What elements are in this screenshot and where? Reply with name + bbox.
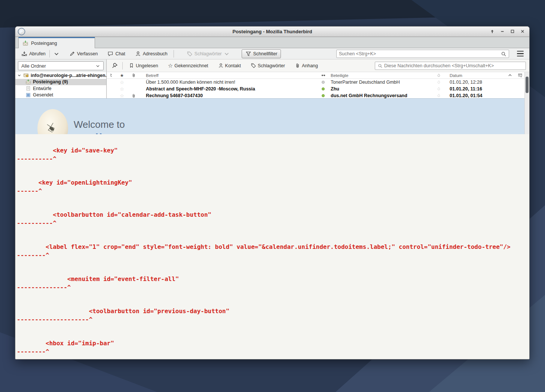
get-mail-button[interactable]: Abrufen xyxy=(19,50,48,58)
junk-toggle-icon[interactable] xyxy=(433,93,444,98)
xml-error-entry: <toolbarbutton id="calendar-add-task-but… xyxy=(17,211,529,227)
xml-pointer-line: --------^ xyxy=(17,251,529,259)
folder-row-gesendet[interactable]: Gesendet xyxy=(15,92,106,99)
subject-column-header[interactable]: Betreff xyxy=(140,73,316,78)
message-filter-search-box[interactable] xyxy=(375,62,526,70)
chat-label: Chat xyxy=(115,51,125,56)
star-toggle-icon[interactable]: ☆ xyxy=(117,80,127,85)
xml-pointer-line: ----------^ xyxy=(17,155,529,163)
account-row[interactable]: info@neurologie-p...atrie-ehingen.d xyxy=(15,72,106,79)
global-search-input[interactable] xyxy=(337,51,501,56)
unread-indicator-dot[interactable] xyxy=(322,87,325,90)
tags-label: Schlagwörter xyxy=(195,51,222,56)
junk-column-header[interactable] xyxy=(433,73,444,78)
message-list-header: ★ Betreff Beteiligte Datum xyxy=(107,72,524,79)
folder-mode-label: Alle Ordner xyxy=(21,63,95,69)
filter-contact-button[interactable]: Kontakt xyxy=(218,63,241,68)
chat-button[interactable]: Chat xyxy=(105,50,127,58)
xml-pointer-line: ----------^ xyxy=(17,219,529,227)
global-search-box[interactable] xyxy=(336,50,509,58)
junk-toggle-icon[interactable] xyxy=(433,87,444,91)
mail-toolbar: Abrufen Verfassen Chat Adressbuch Schlag… xyxy=(15,48,529,59)
attachment-column-header[interactable] xyxy=(127,73,140,78)
filter-contact-label: Kontakt xyxy=(225,63,241,68)
tag-icon xyxy=(251,63,256,68)
address-book-icon xyxy=(135,51,141,57)
keep-above-button[interactable] xyxy=(489,28,496,35)
close-icon xyxy=(520,29,525,34)
drafts-icon xyxy=(25,86,31,91)
column-picker-button[interactable] xyxy=(515,73,524,78)
keep-above-icon xyxy=(490,29,495,34)
filter-starred-button[interactable]: ☆ Gekennzeichnet xyxy=(168,62,208,69)
get-mail-dropdown[interactable] xyxy=(51,50,62,58)
flame-icon xyxy=(437,80,441,84)
xml-error-console: <key id="save-key" ----------^ <key id="… xyxy=(15,134,529,359)
address-book-button[interactable]: Adressbuch xyxy=(133,50,170,58)
inbox-icon xyxy=(25,79,31,85)
unread-indicator-dot[interactable] xyxy=(322,94,325,97)
message-subject: Rechnung 54687-0347430 xyxy=(140,93,316,98)
thread-icon xyxy=(110,73,114,78)
app-menu-button[interactable] xyxy=(517,50,524,57)
minimize-button[interactable] xyxy=(499,28,506,35)
scrollbar-thumb[interactable] xyxy=(526,77,529,93)
thread-column-header[interactable] xyxy=(107,73,117,78)
compose-label: Verfassen xyxy=(77,51,98,56)
message-from: Zhu xyxy=(331,86,433,92)
tags-button: Schlagwörter xyxy=(184,50,232,58)
close-button[interactable] xyxy=(519,28,526,35)
star-toggle-icon[interactable]: ☆ xyxy=(117,93,127,99)
xml-pointer-line: --------------^ xyxy=(17,283,529,291)
twisty-expanded-icon xyxy=(17,73,21,77)
folder-mode-select[interactable]: Alle Ordner xyxy=(18,61,104,70)
star-column-header[interactable]: ★ xyxy=(117,73,127,78)
folder-row-posteingang[interactable]: Posteingang (9) xyxy=(15,79,106,86)
compose-button[interactable]: Verfassen xyxy=(67,50,100,58)
message-date: 01.01.20, 12:28 xyxy=(444,80,504,85)
date-column-header[interactable]: Datum xyxy=(444,73,504,78)
get-mail-icon xyxy=(21,51,27,57)
xml-pointer-line: --------^ xyxy=(17,348,529,356)
sort-direction-indicator[interactable] xyxy=(504,73,515,78)
message-row[interactable]: ☆ Über 1.500.000 Kunden können nicht irr… xyxy=(107,79,524,86)
message-filter-search-input[interactable] xyxy=(384,63,526,68)
xml-code-line: <hbox id="imip-bar" xyxy=(17,339,529,348)
paperclip-icon xyxy=(131,73,136,78)
desktop-background-shape xyxy=(0,0,545,30)
titlebar[interactable]: Posteingang - Mozilla Thunderbird xyxy=(15,27,529,37)
maximize-button[interactable] xyxy=(509,28,516,35)
preview-brand-text: Daily xyxy=(73,130,111,134)
xml-code-line: <toolbarbutton id="previous-day-button" xyxy=(17,307,529,315)
message-row[interactable]: ☆ Rechnung 54687-0347430 dus.net GmbH Re… xyxy=(107,92,524,98)
folder-row-entwuerfe[interactable]: Entwürfe xyxy=(15,85,106,92)
filter-attachment-button[interactable]: Anhang xyxy=(295,63,318,68)
column-picker-icon xyxy=(518,73,523,78)
filter-tags-button[interactable]: Schlagwörter xyxy=(251,63,285,68)
top-strip: Alle Ordner Ungelesen ☆ Gekennzeichnet K… xyxy=(15,59,529,72)
star-toggle-icon[interactable]: ☆ xyxy=(117,86,127,92)
chat-icon xyxy=(107,51,113,57)
account-envelope-icon xyxy=(23,72,29,78)
tab-posteingang[interactable]: Posteingang xyxy=(18,37,95,48)
message-list-scrollbar[interactable] xyxy=(524,72,529,134)
pin-icon xyxy=(111,62,118,69)
correspondents-column-header[interactable]: Beteiligte xyxy=(331,73,433,78)
xml-code-line: <toolbarbutton id="calendar-add-task-but… xyxy=(17,211,529,219)
read-indicator-dot[interactable] xyxy=(322,81,325,84)
folder-label: Posteingang (9) xyxy=(33,79,68,84)
message-date: 01.01.20, 11:16 xyxy=(444,86,504,92)
message-subject: Über 1.500.000 Kunden können nicht irren… xyxy=(140,80,316,85)
filter-unread-label: Ungelesen xyxy=(136,63,158,68)
quick-filter-toggle-button[interactable]: Schnellfilter xyxy=(242,49,281,58)
message-from: dus.net GmbH Rechnungsversand xyxy=(331,93,433,98)
attachment-icon xyxy=(127,93,140,98)
star-icon: ☆ xyxy=(168,62,173,69)
sticky-filter-button[interactable] xyxy=(111,62,118,69)
read-column-header[interactable] xyxy=(316,73,331,78)
xml-error-entry: <key id="save-key" ----------^ xyxy=(17,146,529,163)
junk-toggle-icon[interactable] xyxy=(433,80,444,84)
flame-icon xyxy=(437,93,441,98)
filter-unread-button[interactable]: Ungelesen xyxy=(129,63,158,68)
message-row[interactable]: ☆ Abstract and Speech-MHF-2020 -Moscow, … xyxy=(107,86,524,92)
